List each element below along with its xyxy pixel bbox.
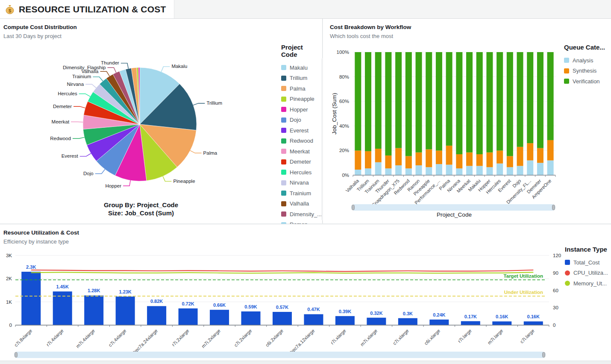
bar-segment-synthesis[interactable]: [547, 140, 554, 161]
bar-segment-verification[interactable]: [446, 52, 452, 146]
legend-item[interactable]: Hopper: [281, 106, 320, 113]
bar-segment-analysis[interactable]: [446, 165, 452, 175]
cost-bar[interactable]: [429, 320, 449, 325]
scrollbar-handle-right[interactable]: [542, 352, 545, 358]
bar-segment-synthesis[interactable]: [395, 148, 402, 165]
scrollbar-handle-right[interactable]: [552, 205, 555, 210]
memory_utilization-line[interactable]: [31, 272, 534, 273]
scrollbar-handle-left[interactable]: [15, 352, 18, 358]
cost-bar[interactable]: [367, 318, 386, 325]
bar-segment-analysis[interactable]: [405, 168, 412, 175]
legend-item[interactable]: Dimensity_...: [281, 211, 320, 217]
legend-item[interactable]: Verification: [564, 78, 609, 85]
bar-segment-analysis[interactable]: [385, 168, 391, 175]
bar-segment-verification[interactable]: [375, 52, 382, 149]
bar-segment-verification[interactable]: [476, 52, 483, 154]
bar-segment-synthesis[interactable]: [507, 156, 513, 167]
cost-bar[interactable]: [398, 318, 417, 325]
bar-segment-analysis[interactable]: [426, 167, 432, 175]
bar-segment-synthesis[interactable]: [355, 150, 361, 170]
legend-item[interactable]: Demeter: [281, 159, 320, 165]
legend-item[interactable]: Palma: [281, 85, 320, 92]
bar-segment-synthesis[interactable]: [486, 153, 493, 167]
legend-item[interactable]: CPU_Utiliza...: [565, 270, 610, 276]
bar-segment-verification[interactable]: [355, 52, 361, 150]
cost-bar[interactable]: [53, 291, 72, 325]
legend-item[interactable]: Analysis: [564, 57, 609, 64]
legend-item[interactable]: Valhalla: [281, 200, 320, 207]
bar-segment-verification[interactable]: [365, 52, 371, 151]
bar-segment-analysis[interactable]: [456, 168, 462, 175]
bar-segment-verification[interactable]: [416, 52, 422, 153]
bar-segment-synthesis[interactable]: [375, 149, 382, 162]
bar-segment-verification[interactable]: [496, 52, 503, 150]
bar-segment-verification[interactable]: [547, 52, 554, 140]
bar-segment-analysis[interactable]: [517, 166, 523, 175]
cost-bar[interactable]: [241, 311, 261, 325]
bar-segment-analysis[interactable]: [416, 165, 422, 175]
legend-item[interactable]: Everest: [281, 127, 320, 134]
bar-segment-analysis[interactable]: [436, 164, 442, 175]
cost-bar[interactable]: [147, 306, 166, 325]
cost-bar[interactable]: [273, 312, 292, 325]
legend-item[interactable]: Dojo: [281, 117, 320, 123]
bar-segment-synthesis[interactable]: [466, 153, 473, 166]
bar-segment-synthesis[interactable]: [365, 151, 371, 168]
bar-segment-synthesis[interactable]: [436, 150, 442, 164]
bar-segment-analysis[interactable]: [486, 167, 493, 175]
dashboard-title-tab[interactable]: $ RESOURCE UTILIZATION & COST: [0, 0, 174, 18]
legend-item[interactable]: Hercules: [281, 169, 320, 176]
bar-segment-analysis[interactable]: [355, 170, 361, 175]
bar-segment-verification[interactable]: [537, 52, 543, 148]
bar-segment-analysis[interactable]: [395, 165, 402, 175]
cost-bar[interactable]: [179, 308, 198, 325]
bar-segment-verification[interactable]: [385, 52, 391, 156]
legend-item[interactable]: Nirvana: [281, 179, 320, 186]
bar-segment-synthesis[interactable]: [517, 147, 523, 166]
bar-segment-verification[interactable]: [517, 52, 523, 147]
cost-bar[interactable]: [116, 296, 135, 325]
bar-segment-analysis[interactable]: [537, 163, 543, 175]
bar-segment-synthesis[interactable]: [537, 148, 543, 163]
scrollbar-handle-left[interactable]: [352, 205, 355, 210]
bar-segment-synthesis[interactable]: [476, 154, 483, 166]
x-scrollbar[interactable]: [351, 204, 555, 211]
legend-item[interactable]: Makalu: [281, 64, 320, 71]
bar-segment-synthesis[interactable]: [416, 153, 422, 165]
cpu_utilization-line[interactable]: [31, 270, 534, 271]
bar-segment-verification[interactable]: [426, 52, 432, 150]
cost-bar[interactable]: [84, 295, 103, 325]
bar-segment-verification[interactable]: [436, 52, 442, 150]
x-scrollbar[interactable]: [14, 352, 546, 358]
bar-segment-verification[interactable]: [486, 52, 493, 153]
bar-segment-analysis[interactable]: [375, 162, 382, 175]
bar-segment-synthesis[interactable]: [446, 146, 452, 165]
bar-segment-synthesis[interactable]: [456, 154, 462, 168]
bar-segment-analysis[interactable]: [496, 164, 503, 175]
bar-segment-analysis[interactable]: [507, 167, 513, 175]
bar-segment-analysis[interactable]: [466, 166, 473, 175]
bar-segment-analysis[interactable]: [527, 160, 533, 175]
legend-item[interactable]: Trainium: [281, 190, 320, 197]
legend-item[interactable]: Pineapple: [281, 96, 320, 103]
cost-bar[interactable]: [335, 316, 355, 325]
cost-bar[interactable]: [304, 314, 323, 325]
bar-segment-synthesis[interactable]: [385, 156, 391, 168]
legend-item[interactable]: Total_Cost: [565, 259, 610, 266]
bar-segment-verification[interactable]: [466, 52, 473, 153]
bar-segment-analysis[interactable]: [365, 168, 371, 175]
bar-segment-verification[interactable]: [395, 52, 402, 148]
cost-bar[interactable]: [524, 321, 543, 325]
bar-segment-synthesis[interactable]: [405, 156, 412, 168]
cost-bar[interactable]: [461, 321, 480, 325]
bar-segment-synthesis[interactable]: [527, 143, 533, 160]
bar-segment-verification[interactable]: [405, 52, 412, 156]
bar-segment-analysis[interactable]: [476, 166, 483, 175]
bar-segment-verification[interactable]: [507, 52, 513, 156]
legend-item[interactable]: Synthesis: [564, 68, 609, 74]
bar-segment-verification[interactable]: [527, 52, 533, 143]
legend-item[interactable]: Meerkat: [281, 148, 320, 155]
cost-bar[interactable]: [492, 321, 511, 325]
bar-segment-synthesis[interactable]: [496, 150, 503, 163]
legend-item[interactable]: Trillium: [281, 75, 320, 82]
